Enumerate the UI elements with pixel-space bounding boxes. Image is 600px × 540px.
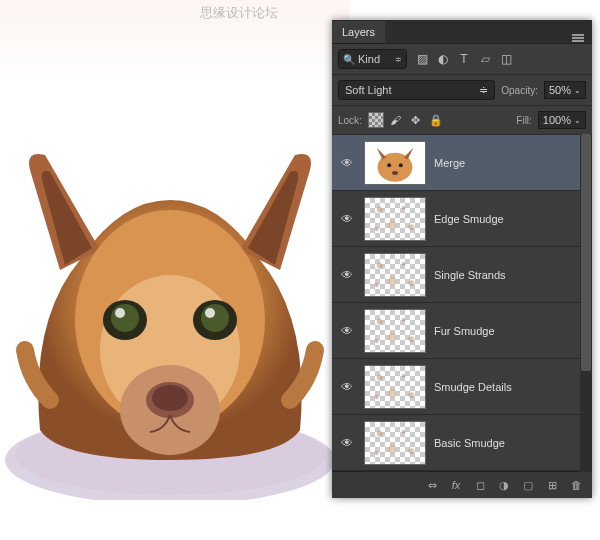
svg-point-38 — [402, 429, 406, 433]
svg-point-37 — [377, 430, 383, 436]
opacity-value: 50% — [549, 84, 571, 96]
filter-pixel-icon[interactable]: ▨ — [415, 52, 429, 66]
svg-point-39 — [388, 445, 396, 453]
svg-point-40 — [409, 448, 415, 454]
delete-layer-icon[interactable]: 🗑 — [568, 477, 584, 493]
chevron-down-icon: ≑ — [479, 84, 488, 97]
lock-all-icon[interactable]: 🔒 — [428, 112, 444, 128]
filter-smart-icon[interactable]: ◫ — [499, 52, 513, 66]
svg-point-17 — [377, 206, 383, 212]
tab-layers[interactable]: Layers — [332, 21, 385, 43]
menu-icon — [572, 34, 584, 36]
chevron-down-icon: ≑ — [395, 55, 402, 64]
svg-point-41 — [375, 451, 379, 455]
lock-icons-group: 🖌 ✥ 🔒 — [368, 112, 444, 128]
layer-row[interactable]: 👁Basic Smudge — [332, 415, 592, 471]
lock-transparency-icon[interactable] — [368, 112, 384, 128]
layer-row[interactable]: 👁Edge Smudge — [332, 191, 592, 247]
scrollbar[interactable] — [580, 134, 592, 472]
lock-row: Lock: 🖌 ✥ 🔒 Fill: 100% ⌄ — [332, 106, 592, 135]
layer-group-icon[interactable]: ▢ — [520, 477, 536, 493]
filter-kind-value: Kind — [358, 53, 392, 65]
svg-point-24 — [388, 277, 396, 285]
blend-mode-select[interactable]: Soft Light ≑ — [338, 80, 495, 100]
visibility-toggle[interactable]: 👁 — [338, 324, 356, 338]
chevron-down-icon: ⌄ — [574, 86, 581, 95]
lock-label: Lock: — [338, 115, 362, 126]
svg-point-34 — [388, 389, 396, 397]
blend-row: Soft Light ≑ Opacity: 50% ⌄ — [332, 75, 592, 106]
svg-point-29 — [388, 333, 396, 341]
adjustment-layer-icon[interactable]: ◑ — [496, 477, 512, 493]
layer-name: Basic Smudge — [434, 437, 505, 449]
layer-thumbnail[interactable] — [364, 253, 426, 297]
svg-point-22 — [377, 262, 383, 268]
canvas-area — [0, 0, 350, 540]
layer-thumbnail[interactable] — [364, 365, 426, 409]
watermark-text: 思缘设计论坛 — [200, 4, 278, 22]
visibility-toggle[interactable]: 👁 — [338, 436, 356, 450]
panel-footer: ⇔ fx ◻ ◑ ▢ ⊞ 🗑 — [332, 471, 592, 498]
layer-name: Single Strands — [434, 269, 506, 281]
svg-point-33 — [402, 373, 406, 377]
layer-fx-icon[interactable]: fx — [448, 477, 464, 493]
filter-type-icon[interactable]: T — [457, 52, 471, 66]
layer-row[interactable]: 👁Smudge Details — [332, 359, 592, 415]
svg-point-6 — [115, 308, 125, 318]
link-layers-icon[interactable]: ⇔ — [424, 477, 440, 493]
fill-input[interactable]: 100% ⌄ — [538, 111, 586, 129]
filter-adjustment-icon[interactable]: ◐ — [436, 52, 450, 66]
filter-row: 🔍 Kind ≑ ▨ ◐ T ▱ ◫ — [332, 44, 592, 75]
svg-point-21 — [375, 227, 379, 231]
layer-thumbnail[interactable] — [364, 421, 426, 465]
svg-point-14 — [387, 163, 391, 167]
layer-thumbnail[interactable] — [364, 309, 426, 353]
layer-mask-icon[interactable]: ◻ — [472, 477, 488, 493]
svg-point-35 — [409, 392, 415, 398]
layers-list: 👁Merge👁Edge Smudge👁Single Strands👁Fur Sm… — [332, 135, 592, 471]
svg-point-16 — [392, 171, 398, 175]
svg-point-15 — [399, 163, 403, 167]
new-layer-icon[interactable]: ⊞ — [544, 477, 560, 493]
search-icon: 🔍 — [343, 54, 355, 65]
layer-thumbnail[interactable] — [364, 141, 426, 185]
svg-point-19 — [388, 221, 396, 229]
dog-painting — [0, 120, 340, 500]
svg-point-32 — [377, 374, 383, 380]
svg-point-20 — [409, 224, 415, 230]
filter-shape-icon[interactable]: ▱ — [478, 52, 492, 66]
svg-point-5 — [111, 304, 139, 332]
lock-pixels-icon[interactable]: 🖌 — [388, 112, 404, 128]
svg-point-30 — [409, 336, 415, 342]
opacity-label: Opacity: — [501, 85, 538, 96]
svg-point-18 — [402, 205, 406, 209]
layer-name: Edge Smudge — [434, 213, 504, 225]
layer-name: Merge — [434, 157, 465, 169]
layer-row[interactable]: 👁Single Strands — [332, 247, 592, 303]
fill-value: 100% — [543, 114, 571, 126]
svg-point-12 — [152, 385, 188, 411]
panel-menu-button[interactable] — [564, 26, 592, 38]
layer-row[interactable]: 👁Fur Smudge — [332, 303, 592, 359]
scrollbar-thumb[interactable] — [581, 134, 591, 371]
visibility-toggle[interactable]: 👁 — [338, 212, 356, 226]
blend-mode-value: Soft Light — [345, 84, 391, 96]
visibility-toggle[interactable]: 👁 — [338, 156, 356, 170]
filter-kind-select[interactable]: 🔍 Kind ≑ — [338, 49, 407, 69]
layer-thumbnail[interactable] — [364, 197, 426, 241]
svg-point-36 — [375, 395, 379, 399]
svg-point-8 — [201, 304, 229, 332]
layer-name: Fur Smudge — [434, 325, 495, 337]
filter-type-icons: ▨ ◐ T ▱ ◫ — [415, 52, 513, 66]
visibility-toggle[interactable]: 👁 — [338, 268, 356, 282]
svg-point-26 — [375, 283, 379, 287]
layer-row[interactable]: 👁Merge — [332, 135, 592, 191]
layer-name: Smudge Details — [434, 381, 512, 393]
svg-point-27 — [377, 318, 383, 324]
fill-label: Fill: — [516, 115, 532, 126]
lock-position-icon[interactable]: ✥ — [408, 112, 424, 128]
visibility-toggle[interactable]: 👁 — [338, 380, 356, 394]
panel-tab-bar: Layers — [332, 20, 592, 44]
chevron-down-icon: ⌄ — [574, 116, 581, 125]
opacity-input[interactable]: 50% ⌄ — [544, 81, 586, 99]
